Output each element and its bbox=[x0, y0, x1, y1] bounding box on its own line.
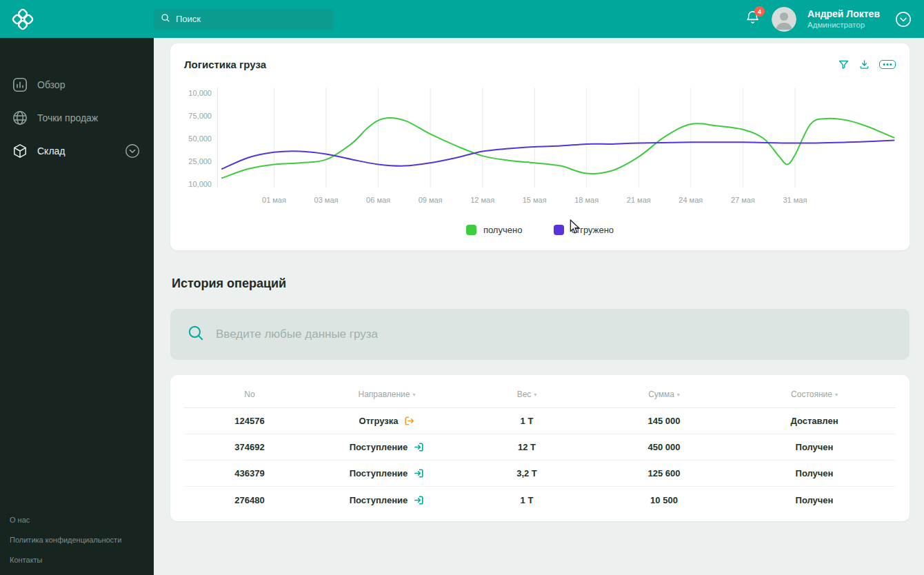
filter-icon[interactable] bbox=[838, 59, 850, 70]
y-axis-label: 75,000 bbox=[188, 112, 212, 120]
column-header[interactable]: Вес▾ bbox=[459, 390, 595, 399]
user-meta: Андрей Локтев Администратор bbox=[807, 8, 880, 30]
more-options-icon[interactable] bbox=[879, 60, 896, 69]
cell-status: Доставлен bbox=[733, 416, 896, 426]
legend-label: получено bbox=[483, 225, 522, 235]
user-name: Андрей Локтев bbox=[807, 8, 880, 21]
main-content: Логистика груза 10,00075,00050,00025,000… bbox=[154, 38, 924, 575]
globe-icon bbox=[12, 110, 28, 125]
search-icon bbox=[187, 324, 205, 345]
x-axis-label: 27 мая bbox=[731, 196, 755, 204]
x-axis-label: 21 мая bbox=[627, 196, 651, 204]
logo-area bbox=[0, 8, 154, 31]
sort-caret-icon: ▾ bbox=[677, 392, 680, 398]
y-axis-label: 50,000 bbox=[188, 134, 212, 143]
legend-item: отгружено bbox=[554, 225, 614, 235]
global-search[interactable] bbox=[154, 9, 333, 30]
cell-amount: 450 000 bbox=[595, 442, 733, 452]
legend-swatch bbox=[554, 225, 564, 235]
x-axis-label: 12 мая bbox=[470, 196, 494, 204]
sort-caret-icon: ▾ bbox=[835, 392, 838, 398]
x-axis-label: 31 мая bbox=[783, 196, 807, 204]
login-arrow-icon bbox=[414, 442, 424, 452]
sidebar-item-overview[interactable]: Обзор bbox=[0, 68, 154, 101]
operations-table: NoНаправление▾Вес▾Сумма▾Состояние▾ 12457… bbox=[170, 375, 910, 521]
legend-label: отгружено bbox=[571, 225, 614, 235]
sidebar-footer-link[interactable]: Политика конфиденциальности bbox=[10, 536, 121, 544]
cell-weight: 1 Т bbox=[459, 495, 595, 505]
notification-badge: 4 bbox=[754, 6, 765, 17]
y-axis-label: 25,000 bbox=[188, 157, 212, 165]
column-header: No bbox=[184, 390, 315, 399]
cell-weight: 3,2 Т bbox=[459, 468, 595, 478]
sidebar-item-label: Склад bbox=[37, 145, 115, 157]
card-actions bbox=[838, 59, 896, 70]
table-row[interactable]: 436379Поступление3,2 Т125 600Получен bbox=[184, 461, 896, 487]
y-axis-label: 10,000 bbox=[188, 180, 212, 188]
cell-amount: 125 600 bbox=[595, 468, 733, 478]
search-icon bbox=[161, 13, 170, 26]
sidebar-item-warehouse[interactable]: Склад bbox=[0, 134, 154, 168]
legend-item: получено bbox=[466, 225, 522, 235]
card-title: Логистика груза bbox=[184, 59, 266, 70]
history-search-input[interactable] bbox=[216, 327, 893, 341]
app-logo-icon[interactable] bbox=[11, 8, 34, 31]
card-header: Логистика груза bbox=[184, 56, 896, 72]
x-axis-label: 09 мая bbox=[419, 196, 443, 204]
sidebar-footer-link[interactable]: О нас bbox=[10, 516, 121, 524]
column-header[interactable]: Направление▾ bbox=[315, 390, 459, 399]
table-row[interactable]: 374692Поступление12 Т450 000Получен bbox=[184, 434, 896, 461]
login-arrow-icon bbox=[414, 495, 424, 505]
x-axis: 01 мая03 мая06 мая09 мая12 мая15 мая18 м… bbox=[217, 190, 896, 204]
sidebar-item-sales-points[interactable]: Точки продаж bbox=[0, 101, 154, 134]
download-icon[interactable] bbox=[858, 59, 870, 70]
column-header[interactable]: Состояние▾ bbox=[733, 390, 896, 399]
cell-direction: Поступление bbox=[315, 442, 459, 452]
sort-caret-icon: ▾ bbox=[412, 392, 415, 398]
box-icon bbox=[12, 143, 28, 159]
cell-direction: Отгрузка bbox=[315, 416, 459, 426]
notifications-button[interactable]: 4 bbox=[745, 10, 761, 28]
cell-no: 436379 bbox=[184, 468, 315, 478]
login-arrow-icon bbox=[414, 468, 424, 478]
logistics-card: Логистика груза 10,00075,00050,00025,000… bbox=[170, 43, 910, 250]
table-row[interactable]: 276480Поступление1 Т10 500Получен bbox=[184, 487, 896, 513]
history-title: История операций bbox=[172, 276, 910, 291]
cell-no: 276480 bbox=[184, 495, 315, 505]
x-axis-label: 01 мая bbox=[262, 196, 286, 204]
bar-chart-icon bbox=[12, 77, 28, 92]
history-search[interactable] bbox=[170, 309, 910, 360]
chevron-down-icon[interactable] bbox=[125, 143, 140, 159]
cell-weight: 12 Т bbox=[459, 442, 595, 452]
avatar[interactable] bbox=[772, 7, 796, 32]
sort-caret-icon: ▾ bbox=[534, 392, 536, 398]
x-axis-label: 24 мая bbox=[679, 196, 703, 204]
logout-arrow-icon bbox=[404, 416, 414, 426]
line-chart: 10,00075,00050,00025,00010,000 bbox=[184, 88, 896, 188]
x-axis-label: 18 мая bbox=[574, 196, 599, 204]
sidebar-item-label: Точки продаж bbox=[37, 112, 140, 123]
global-search-input[interactable] bbox=[176, 14, 326, 24]
table-body: 124576Отгрузка1 Т145 000Доставлен374692П… bbox=[184, 408, 896, 513]
chart-plot bbox=[217, 88, 896, 188]
sidebar-item-label: Обзор bbox=[37, 79, 140, 90]
user-menu-chevron-icon[interactable] bbox=[895, 11, 912, 28]
cell-no: 374692 bbox=[184, 442, 315, 452]
cell-weight: 1 Т bbox=[459, 416, 595, 426]
x-axis-label: 06 мая bbox=[366, 196, 390, 204]
x-axis-label: 15 мая bbox=[523, 196, 547, 204]
cell-no: 124576 bbox=[184, 416, 315, 426]
cell-direction: Поступление bbox=[315, 468, 459, 478]
cell-status: Получен bbox=[733, 442, 896, 452]
table-header-row: NoНаправление▾Вес▾Сумма▾Состояние▾ bbox=[184, 381, 896, 408]
sidebar-footer-link[interactable]: Контакты bbox=[10, 556, 121, 564]
sidebar: ОбзорТочки продажСклад О насПолитика кон… bbox=[0, 38, 154, 575]
sidebar-footer: О насПолитика конфиденциальностиКонтакты bbox=[10, 516, 121, 564]
x-axis-label: 03 мая bbox=[314, 196, 339, 204]
y-axis-label: 10,000 bbox=[188, 89, 212, 97]
header-right: 4 Андрей Локтев Администратор bbox=[745, 7, 924, 32]
cell-status: Получен bbox=[733, 495, 896, 505]
column-header[interactable]: Сумма▾ bbox=[595, 390, 733, 399]
table-row[interactable]: 124576Отгрузка1 Т145 000Доставлен bbox=[184, 408, 896, 434]
chart-legend: полученоотгружено bbox=[184, 225, 896, 235]
